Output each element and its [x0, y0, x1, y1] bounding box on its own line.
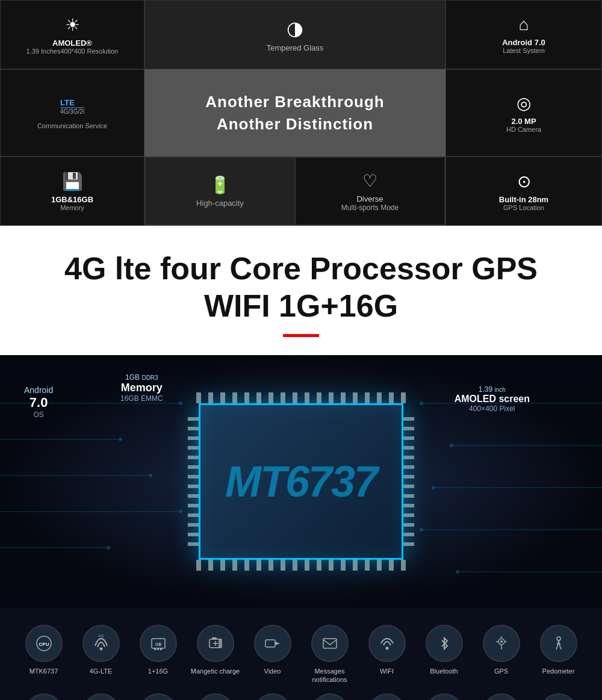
- pin: [196, 560, 201, 571]
- gps-cell: ⊙ Built-in 28nm GPS Location: [445, 156, 602, 226]
- mtk-icon-circle: CPU: [25, 625, 63, 662]
- lte-cell: LTE 4G/3G/2G Communication Service: [0, 69, 144, 156]
- pin: [188, 436, 199, 440]
- tempered-cell: ◑ Tempered Glass: [144, 0, 445, 69]
- pin: [305, 392, 309, 403]
- center-bottom-row: 🔋 High-capacity ♡ Diverse Multi-sports M…: [144, 156, 445, 226]
- chip-pins-bottom: [196, 560, 406, 571]
- chip-pins-top: [196, 392, 406, 403]
- pin: [403, 436, 414, 440]
- pin: [403, 465, 414, 469]
- memory-title: 1GB&16GB: [51, 195, 93, 204]
- feat-label-4glte: 4G-LTE: [90, 667, 113, 675]
- spec-section: 4G lte four Core Processor GPS WIFI 1G+1…: [0, 226, 602, 355]
- svg-point-22: [456, 570, 459, 574]
- diverse-icon: ♡: [362, 171, 377, 191]
- pin: [281, 392, 285, 403]
- pin: [317, 392, 321, 403]
- chip-android-label: Android 7.0 OS: [24, 385, 53, 419]
- svg-point-20: [432, 486, 435, 489]
- chip-label-memory: Memory: [120, 382, 163, 394]
- pin: [188, 417, 199, 421]
- pin: [389, 392, 394, 403]
- lte-icon: LTE 4G/3G/2G: [60, 97, 84, 119]
- chip-label-android: Android: [24, 385, 53, 395]
- svg-rect-37: [265, 640, 275, 647]
- svg-point-16: [179, 510, 182, 513]
- android-icon: ⌂: [519, 15, 529, 34]
- pin: [365, 392, 370, 403]
- chip-label-inch: 1.39 inch: [455, 385, 530, 394]
- pin: [329, 560, 334, 571]
- pin: [188, 494, 199, 498]
- pin: [268, 560, 273, 571]
- feat-label-pedometer: Pedometer: [542, 667, 575, 675]
- features-section: CPU MTK6737 4G 4G-LTE GB: [0, 608, 602, 700]
- alarm-icon-circle: [311, 693, 349, 700]
- chip-label-os: OS: [24, 410, 53, 419]
- weather-icon-circle: [25, 693, 63, 700]
- battery-icon: 🔋: [209, 175, 231, 195]
- pin: [317, 560, 321, 571]
- gps-icon-circle: [483, 625, 520, 662]
- pin: [403, 533, 414, 536]
- music-icon-circle: [254, 693, 291, 700]
- pin: [188, 427, 199, 430]
- chip-label-amoled: AMOLED screen: [455, 394, 530, 404]
- chip-label-1gb: 1GB DDR3: [120, 373, 163, 382]
- pin: [403, 456, 414, 459]
- feat-music: Music player: [244, 689, 301, 700]
- camera-cell: ◎ 2.0 MP HD Camera: [445, 69, 602, 156]
- top-feature-grid: ☀ AMOLED® 1.39 Inches400*400 Resolution …: [0, 0, 602, 226]
- svg-rect-31: [160, 648, 162, 650]
- pin: [403, 542, 414, 546]
- pin: [403, 417, 414, 421]
- pin: [293, 392, 297, 403]
- spec-title: 4G lte four Core Processor GPS WIFI 1G+1…: [12, 250, 590, 325]
- feat-label-messages: Messages notifications: [303, 667, 356, 684]
- svg-point-14: [119, 438, 122, 441]
- sedentary-icon-circle: [483, 693, 520, 700]
- features-row-2: Weather Heatt rate monitor S: [6, 689, 596, 700]
- android-cell: ⌂ Android 7.0 Latest System: [445, 0, 602, 69]
- spec-title-line1: 4G lte four Core Processor GPS: [64, 251, 538, 286]
- svg-point-18: [420, 401, 423, 405]
- svg-text:4G: 4G: [98, 634, 104, 638]
- svg-text:4G/3G/2G: 4G/3G/2G: [60, 108, 84, 115]
- feat-search: Search: [129, 689, 187, 700]
- breakthrough-text: Another Breakthrough Another Distinction: [205, 91, 384, 135]
- svg-text:CPU: CPU: [39, 642, 49, 647]
- memory-icon-circle: GB: [140, 625, 177, 662]
- pin: [196, 392, 201, 403]
- pin: [188, 456, 199, 459]
- svg-point-15: [149, 474, 152, 477]
- feat-gps: GPS: [473, 620, 530, 689]
- android-title: Android 7.0: [502, 38, 545, 47]
- pin: [389, 560, 394, 571]
- camera-icon-circle: [197, 693, 234, 700]
- pin: [401, 560, 406, 571]
- pedometer-icon-circle: [540, 625, 577, 662]
- svg-point-46: [500, 640, 503, 643]
- feat-label-magnetic: Mangetic charge: [191, 667, 240, 675]
- high-cap-cell: 🔋 High-capacity: [145, 157, 295, 225]
- pin: [341, 392, 346, 403]
- gps-icon: ⊙: [517, 172, 531, 191]
- wifi-icon-circle: [368, 625, 406, 662]
- memory-icon: 💾: [62, 172, 83, 191]
- svg-point-25: [99, 647, 102, 650]
- pin: [293, 560, 297, 571]
- svg-point-47: [557, 637, 560, 640]
- camera-icon: ◎: [517, 93, 531, 113]
- svg-rect-30: [157, 648, 159, 650]
- pin: [232, 392, 237, 403]
- chip-middle-row: [188, 403, 414, 560]
- feat-sedentary: Sedentary remind: [473, 689, 530, 700]
- pin: [403, 504, 414, 507]
- feat-weather: Weather: [15, 689, 72, 700]
- chip-label-16gb: 16GB EMMC: [120, 394, 163, 403]
- pin: [188, 504, 199, 507]
- pin: [377, 392, 382, 403]
- pin: [256, 392, 261, 403]
- pin: [188, 533, 199, 536]
